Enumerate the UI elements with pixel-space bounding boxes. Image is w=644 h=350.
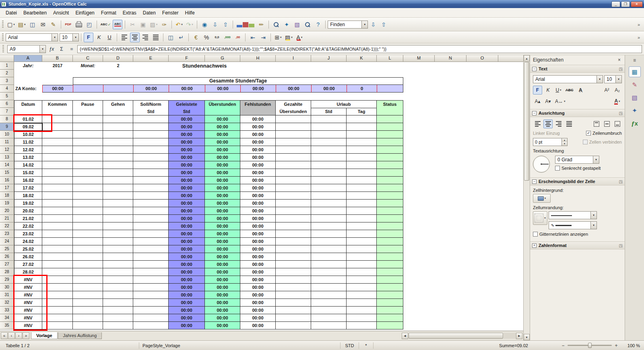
cell-E31[interactable]: [133, 291, 169, 299]
column-header-N[interactable]: N: [435, 55, 466, 62]
row-header-23[interactable]: 23: [0, 230, 14, 238]
column-header-C[interactable]: C: [73, 55, 103, 62]
cell-J34[interactable]: [311, 314, 347, 322]
column-header-F[interactable]: F: [169, 55, 205, 62]
number-format-currency-button[interactable]: €: [191, 33, 201, 42]
chevron-down-icon[interactable]: ▾: [72, 34, 78, 41]
cell-E27[interactable]: [133, 261, 169, 268]
chevron-down-icon[interactable]: ▾: [564, 100, 566, 103]
cell-F32[interactable]: 00:00: [169, 299, 205, 307]
new-document-button[interactable]: ▢▾: [6, 20, 16, 29]
cell-J17[interactable]: [311, 184, 347, 192]
cell-L12[interactable]: [377, 146, 403, 154]
cell-D14[interactable]: [103, 161, 133, 169]
cell-L21[interactable]: [377, 215, 403, 222]
find-replace-button[interactable]: [271, 20, 281, 29]
menu-daten[interactable]: Daten: [140, 9, 159, 17]
cell-J22[interactable]: [311, 222, 347, 230]
cell-K19[interactable]: [347, 200, 377, 207]
row-header-10[interactable]: 10: [0, 131, 14, 138]
cell-D12[interactable]: [103, 146, 133, 154]
cell-H16[interactable]: 00:00: [240, 177, 276, 184]
cell-H18[interactable]: 00:00: [240, 192, 276, 200]
cell-D27[interactable]: [103, 261, 133, 268]
cell-H21[interactable]: 00:00: [240, 215, 276, 222]
cell-A13[interactable]: 13.02: [14, 154, 42, 161]
cell-A14[interactable]: 14.02: [14, 161, 42, 169]
section-header-alignment[interactable]: − Ausrichtung ◳: [530, 109, 625, 117]
cell-E11[interactable]: [133, 138, 169, 146]
cell-F9[interactable]: 00:00: [169, 123, 205, 131]
row-header-12[interactable]: 12: [0, 146, 14, 154]
cell-L8[interactable]: [377, 115, 403, 123]
cell-L19[interactable]: [377, 200, 403, 207]
edit-file-button[interactable]: ✎: [49, 20, 58, 29]
cell-C22[interactable]: [73, 222, 103, 230]
row-header-2[interactable]: 2: [0, 70, 14, 77]
show-draw-functions-button[interactable]: ✏: [256, 20, 266, 29]
cell-G33[interactable]: 00:00: [205, 307, 240, 314]
wrap-text-button[interactable]: ↵: [176, 33, 186, 42]
cell-J15[interactable]: [311, 169, 347, 177]
collapse-icon[interactable]: −: [532, 179, 537, 184]
cell-H33[interactable]: 00:00: [240, 307, 276, 314]
row-header-16[interactable]: 16: [0, 177, 14, 184]
header-urlaub-tag[interactable]: Tag: [347, 108, 376, 115]
cell-G28[interactable]: 00:00: [205, 268, 240, 276]
cell-D9[interactable]: [103, 123, 133, 131]
cell-B23[interactable]: [42, 230, 73, 238]
cell-H10[interactable]: 00:00: [240, 131, 276, 138]
row-header-21[interactable]: 21: [0, 215, 14, 222]
cell-I10[interactable]: [276, 131, 311, 138]
find-previous-button[interactable]: ⇧: [379, 20, 388, 29]
cell-G35[interactable]: 00:00: [205, 322, 240, 329]
cell-C17[interactable]: [73, 184, 103, 192]
toolbar-overflow-button[interactable]: »: [635, 35, 642, 40]
chevron-down-icon[interactable]: ▾: [593, 156, 599, 163]
cell-J23[interactable]: [311, 230, 347, 238]
chevron-down-icon[interactable]: ▾: [560, 89, 561, 92]
cell-B10[interactable]: [42, 131, 73, 138]
cell-B28[interactable]: [42, 268, 73, 276]
cell-H25[interactable]: 00:00: [240, 245, 276, 253]
cell-G14[interactable]: 00:00: [205, 161, 240, 169]
cell-I15[interactable]: [276, 169, 311, 177]
font-size-combo[interactable]: 10 ▾: [60, 33, 79, 41]
cell-L26[interactable]: [377, 253, 403, 261]
cell-H30[interactable]: 00:00: [240, 284, 276, 291]
align-left-button[interactable]: [120, 33, 129, 42]
row-header-28[interactable]: 28: [0, 268, 14, 276]
cell-L35[interactable]: [377, 322, 403, 329]
merge-cells-button[interactable]: ◫: [166, 33, 175, 42]
cell-G20[interactable]: 00:00: [205, 207, 240, 215]
cell-K33[interactable]: [347, 307, 377, 314]
paste-dropdown-icon[interactable]: ▾: [156, 23, 158, 26]
cell-C15[interactable]: [73, 169, 103, 177]
decrease-indent-button[interactable]: ⇤: [248, 33, 258, 42]
cell-J18[interactable]: [311, 192, 347, 200]
cell-G21[interactable]: 00:00: [205, 215, 240, 222]
cell-D22[interactable]: [103, 222, 133, 230]
cell-I8[interactable]: [276, 115, 311, 123]
cell-B34[interactable]: [42, 314, 73, 322]
redo-dropdown-icon[interactable]: ▾: [192, 23, 193, 26]
cell-G34[interactable]: 00:00: [205, 314, 240, 322]
cell-D16[interactable]: [103, 177, 133, 184]
cell-A35[interactable]: #NV: [14, 322, 42, 329]
cell-D25[interactable]: [103, 245, 133, 253]
increase-indent-button[interactable]: ⇥: [258, 33, 268, 42]
show-gridlines-checkbox[interactable]: Gitternetzlinien anzeigen: [533, 232, 588, 237]
italic-button[interactable]: K: [94, 33, 104, 42]
menu-extras[interactable]: Extras: [120, 9, 140, 17]
cell-F17[interactable]: 00:00: [169, 184, 205, 192]
cell-F18[interactable]: 00:00: [169, 192, 205, 200]
header-kommen[interactable]: Kommen: [42, 100, 73, 115]
menu-fenster[interactable]: Fenster: [159, 9, 182, 17]
cell-A21[interactable]: 21.02: [14, 215, 42, 222]
row-header-20[interactable]: 20: [0, 207, 14, 215]
close-button[interactable]: ×: [631, 1, 643, 7]
cell-L13[interactable]: [377, 154, 403, 161]
cell-G29[interactable]: 00:00: [205, 276, 240, 284]
toolbar-overflow-button[interactable]: »: [635, 22, 642, 27]
row-header-22[interactable]: 22: [0, 222, 14, 230]
